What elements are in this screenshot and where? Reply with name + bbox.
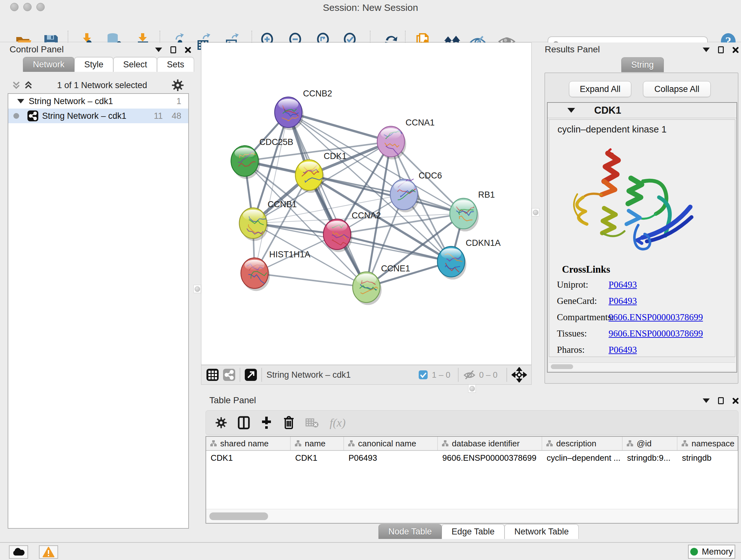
panel-float-icon[interactable] xyxy=(718,46,724,53)
table-header-row: shared namenamecanonical namedatabase id… xyxy=(206,437,738,451)
table-cell[interactable]: 9606.ENSP00000378699 xyxy=(438,451,542,465)
table-cell[interactable]: cyclin–dependent ... xyxy=(542,451,623,465)
network-node-CDK1[interactable] xyxy=(295,160,324,193)
grid-view-icon[interactable] xyxy=(206,369,219,381)
results-panel: Results Panel String Expand All Collapse… xyxy=(542,43,741,393)
network-node-CDC25B[interactable] xyxy=(231,145,260,179)
table-row[interactable]: CDK1CDK1P064939606.ENSP00000378699cyclin… xyxy=(206,451,738,465)
app-window: Session: New Session xyxy=(0,0,741,560)
column-header-shared-name[interactable]: shared name xyxy=(206,437,291,450)
results-horizontal-scrollbar[interactable] xyxy=(549,362,735,371)
network-edge[interactable] xyxy=(255,273,366,287)
network-node-CCNE1[interactable] xyxy=(353,272,382,305)
expand-all-button[interactable]: Expand All xyxy=(569,81,631,97)
memory-button[interactable]: Memory xyxy=(688,545,735,559)
network-edge[interactable] xyxy=(288,112,366,287)
hidden-counts: 0 – 0 xyxy=(479,370,497,380)
panel-close-icon[interactable] xyxy=(732,397,739,404)
panel-float-icon[interactable] xyxy=(718,397,724,404)
delete-table-icon[interactable] xyxy=(306,417,319,428)
network-node-CCNB2[interactable] xyxy=(275,97,304,130)
collapse-all-chevron-icon[interactable] xyxy=(12,81,20,90)
network-node-RB1[interactable] xyxy=(450,198,479,232)
column-header-id[interactable]: @id xyxy=(623,437,677,450)
crosslink-value-link[interactable]: P06493 xyxy=(609,345,637,355)
right-splitter-grip[interactable] xyxy=(532,208,539,216)
gear-icon[interactable] xyxy=(215,417,227,428)
table-cell[interactable]: CDK1 xyxy=(291,451,344,465)
column-header-namespace[interactable]: namespace xyxy=(677,437,738,450)
gear-icon[interactable] xyxy=(172,79,184,91)
columns-icon[interactable] xyxy=(238,416,250,429)
network-node-HIST1H1A[interactable] xyxy=(241,258,270,291)
section-collapse-icon[interactable] xyxy=(567,108,575,113)
table-horizontal-scrollbar[interactable] xyxy=(206,509,738,523)
table-panel: Table Panel f(x) shared namenamecanonica… xyxy=(203,393,741,542)
tab-network-table[interactable]: Network Table xyxy=(504,524,579,539)
function-builder-icon[interactable]: f(x) xyxy=(330,416,346,429)
tab-style[interactable]: Style xyxy=(74,57,113,72)
crosslinks-list: Uniprot:P06493GeneCard:P06493Compartment… xyxy=(549,276,735,358)
column-network-icon xyxy=(442,440,449,447)
network-node-label: CDK1 xyxy=(324,151,347,161)
panel-menu-icon[interactable] xyxy=(703,398,710,403)
crosslink-value-link[interactable]: P06493 xyxy=(609,279,637,290)
panel-close-icon[interactable] xyxy=(732,46,739,53)
column-header-name[interactable]: name xyxy=(291,437,344,450)
tree-collapse-icon[interactable] xyxy=(17,99,24,104)
network-node-CCNA1[interactable] xyxy=(377,126,406,159)
column-network-icon xyxy=(681,440,688,447)
crosslink-value-link[interactable]: 9606.ENSP00000378699 xyxy=(609,328,703,339)
crosslink-row: Uniprot:P06493 xyxy=(549,276,735,293)
table-cell[interactable]: P06493 xyxy=(344,451,438,465)
selected-counts: 1 – 0 xyxy=(432,370,450,380)
network-canvas-svg[interactable]: CCNB2CCNA1CDC25BCDK1CDC6RB1CCNB1CCNA2CDK… xyxy=(201,43,532,365)
bottom-splitter-grip[interactable] xyxy=(468,384,476,393)
column-header-description[interactable]: description xyxy=(542,437,623,450)
tab-select[interactable]: Select xyxy=(113,57,157,72)
add-column-icon[interactable] xyxy=(261,416,272,429)
tree-edge-count: 48 xyxy=(172,111,181,121)
open-in-window-icon[interactable] xyxy=(245,369,257,381)
tab-network[interactable]: Network xyxy=(23,57,74,72)
network-tree-child-row[interactable]: String Network – cdk1 11 48 xyxy=(8,109,188,123)
cloud-icon[interactable] xyxy=(9,545,28,559)
table-cell[interactable]: stringdb xyxy=(677,451,738,465)
delete-column-icon[interactable] xyxy=(283,416,294,430)
control-panel: Control Panel NetworkStyleSelectSets 1 o… xyxy=(0,43,189,541)
results-panel-title: Results Panel xyxy=(545,44,600,55)
column-header-label: description xyxy=(556,439,596,449)
expand-all-chevron-icon[interactable] xyxy=(24,81,32,90)
main-toolbar: ? xyxy=(0,14,741,42)
network-tree-root-row[interactable]: String Network – cdk1 1 xyxy=(8,94,188,109)
crosslink-label: GeneCard: xyxy=(549,296,609,306)
share-view-icon[interactable] xyxy=(223,369,235,381)
crosslink-value-link[interactable]: P06493 xyxy=(609,296,637,306)
left-splitter-grip[interactable] xyxy=(193,285,201,293)
warning-icon[interactable] xyxy=(39,545,58,559)
collapse-all-button[interactable]: Collapse All xyxy=(643,81,711,97)
column-header-database-identifier[interactable]: database identifier xyxy=(438,437,542,450)
network-node-CDC6[interactable] xyxy=(390,179,419,212)
tab-edge-table[interactable]: Edge Table xyxy=(442,524,504,539)
column-header-label: shared name xyxy=(220,439,269,449)
table-cell[interactable]: stringdb:9... xyxy=(623,451,677,465)
move-crosshair-icon[interactable] xyxy=(512,367,527,382)
column-header-canonical-name[interactable]: canonical name xyxy=(344,437,438,450)
network-edge[interactable] xyxy=(255,112,288,273)
selected-checkbox[interactable] xyxy=(418,370,428,380)
network-type-icon xyxy=(27,111,38,121)
panel-menu-icon[interactable] xyxy=(703,48,710,52)
network-selection-row: 1 of 1 Network selected xyxy=(0,78,189,92)
table-cell[interactable]: CDK1 xyxy=(206,451,291,465)
tree-child-label: String Network – cdk1 xyxy=(42,111,154,121)
tab-string[interactable]: String xyxy=(621,57,664,72)
panel-close-icon[interactable] xyxy=(185,46,192,53)
tab-sets[interactable]: Sets xyxy=(157,57,194,72)
tab-node-table[interactable]: Node Table xyxy=(379,524,442,539)
panel-menu-icon[interactable] xyxy=(155,48,162,52)
panel-float-icon[interactable] xyxy=(171,46,176,53)
crosslink-label: Uniprot: xyxy=(549,279,609,290)
network-node-CDKN1A[interactable] xyxy=(437,246,467,280)
crosslink-value-link[interactable]: 9606.ENSP00000378699 xyxy=(609,312,703,322)
